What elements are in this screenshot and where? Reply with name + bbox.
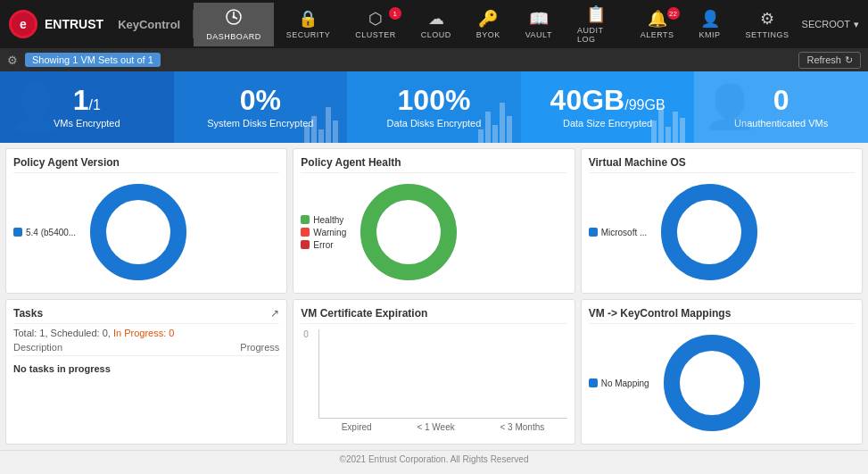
metric-vms-value: 1/1 <box>73 86 101 114</box>
vmos-legend-ms: Microsoft ... <box>589 228 648 237</box>
svg-point-9 <box>384 208 433 256</box>
metric-size-value: 40GB/99GB <box>550 86 665 114</box>
cert-xaxis: Expired < 1 Week < 3 Months <box>318 422 566 432</box>
metric-data-disks: 100% Data Disks Encrypted <box>347 71 521 143</box>
tasks-col-progress: Progress <box>240 342 279 353</box>
nav-item-settings[interactable]: ⚙ SETTINGS <box>733 4 802 45</box>
metric-system-label: System Disks Encrypted <box>207 118 313 129</box>
vmos-dot-ms <box>589 228 598 237</box>
metric-bg-unauth-icon: 👤 <box>703 82 756 132</box>
kmip-icon: 👤 <box>700 9 720 29</box>
metric-size-label: Data Size Encrypted <box>563 118 652 129</box>
pah-label-error: Error <box>313 240 333 250</box>
tasks-col-description: Description <box>13 342 62 353</box>
cert-expiration-panel: VM Certificate Expiration 0 Expired < 1 … <box>293 299 575 445</box>
svg-point-12 <box>685 208 733 256</box>
pah-label-warning: Warning <box>313 228 346 237</box>
nav-item-security[interactable]: 🔒 SECURITY <box>274 4 343 45</box>
vault-icon: 📖 <box>529 9 549 29</box>
cloud-icon: ☁ <box>428 9 444 29</box>
user-menu[interactable]: SECROOT ▾ <box>802 19 859 30</box>
metric-bg-bars2 <box>478 103 512 143</box>
tasks-divider <box>13 320 279 324</box>
pav-legend: 5.4 (b5400... <box>13 228 76 237</box>
tasks-column-header: Description Progress <box>13 342 279 356</box>
nav-item-alerts[interactable]: 🔔 22 ALERTS <box>628 4 687 45</box>
user-dropdown-icon: ▾ <box>854 19 859 30</box>
pav-donut-wrap: 5.4 (b5400... <box>13 179 279 286</box>
pav-title: Policy Agent Version <box>13 156 279 173</box>
nav-item-dashboard[interactable]: DASHBOARD <box>194 3 274 46</box>
pah-label-healthy: Healthy <box>313 215 343 225</box>
pah-legend-error: Error <box>301 240 346 250</box>
metric-vms-label: VMs Encrypted <box>54 118 120 129</box>
username: SECROOT <box>802 19 850 29</box>
pah-donut-wrap: Healthy Warning Error <box>301 179 566 286</box>
refresh-button[interactable]: Refresh ↻ <box>798 52 861 69</box>
cert-title: VM Certificate Expiration <box>301 307 566 324</box>
refresh-icon: ↻ <box>845 54 853 66</box>
mappings-label-none: No Mapping <box>601 378 649 388</box>
mappings-title: VM -> KeyControl Mappings <box>589 307 855 324</box>
vmos-donut <box>656 179 763 286</box>
nav-items: DASHBOARD 🔒 SECURITY ⬡ 1 CLUSTER ☁ CLOUD… <box>194 0 801 49</box>
metric-system-disks: 0% System Disks Encrypted <box>174 71 348 143</box>
policy-agent-version-panel: Policy Agent Version 5.4 (b5400... <box>5 148 287 294</box>
pah-donut <box>355 179 462 286</box>
nav-label-dashboard: DASHBOARD <box>206 32 261 41</box>
brand-logo: e <box>9 10 37 38</box>
mappings-legend: No Mapping <box>589 378 649 388</box>
nav-item-byok[interactable]: 🔑 BYOK <box>464 4 513 45</box>
metric-system-value: 0% <box>240 86 281 114</box>
subbar: ⚙ Showing 1 VM Sets out of 1 Refresh ↻ <box>0 48 868 71</box>
security-icon: 🔒 <box>298 9 318 29</box>
subbar-gear-icon[interactable]: ⚙ <box>7 54 18 67</box>
nav-label-security: SECURITY <box>286 30 331 39</box>
tasks-empty-message: No tasks in progress <box>13 363 279 374</box>
nav-label-settings: SETTINGS <box>746 30 789 39</box>
pah-legend: Healthy Warning Error <box>301 215 346 250</box>
alerts-badge: 22 <box>667 7 680 20</box>
cert-y-label: 0 <box>303 329 309 339</box>
alerts-icon: 🔔 <box>648 9 667 29</box>
pav-legend-label: 5.4 (b5400... <box>26 228 76 237</box>
pav-legend-item: 5.4 (b5400... <box>13 228 76 237</box>
nav-item-cloud[interactable]: ☁ CLOUD <box>409 4 464 45</box>
audit-icon: 📋 <box>586 4 606 24</box>
pah-dot-error <box>301 240 310 249</box>
nav-item-vault[interactable]: 📖 VAULT <box>513 4 565 45</box>
svg-point-3 <box>232 15 235 18</box>
metric-data-value: 100% <box>398 86 471 114</box>
nav-label-alerts: ALERTS <box>641 30 674 39</box>
brand: e ENTRUST KeyControl <box>9 10 194 38</box>
nav-item-kmip[interactable]: 👤 KMIP <box>687 4 733 45</box>
nav-item-audit-log[interactable]: 📋 AUDIT LOG <box>565 0 628 49</box>
byok-icon: 🔑 <box>478 9 498 29</box>
subbar-right: Refresh ↻ <box>798 52 861 69</box>
mappings-donut-wrap: No Mapping <box>589 329 855 437</box>
nav-label-audit: AUDIT LOG <box>577 26 616 44</box>
metric-data-label: Data Disks Encrypted <box>387 118 482 129</box>
pav-donut <box>85 179 192 286</box>
mappings-donut <box>658 329 765 437</box>
tasks-in-progress: In Progress: 0 <box>113 328 174 338</box>
navbar: e ENTRUST KeyControl DASHBOARD 🔒 SECURIT… <box>0 0 868 48</box>
metric-row: 👤 1/1 VMs Encrypted 0% System Disks Encr… <box>0 71 868 143</box>
tasks-external-link-icon[interactable]: ↗ <box>270 307 279 320</box>
brand-name: ENTRUST <box>45 17 103 31</box>
content-grid: Policy Agent Version 5.4 (b5400... Polic… <box>0 143 868 450</box>
metric-bg-vm-icon: 👤 <box>9 82 62 132</box>
nav-item-cluster[interactable]: ⬡ 1 CLUSTER <box>343 4 409 45</box>
cert-chart-area: 0 <box>318 329 566 419</box>
nav-label-cluster: CLUSTER <box>355 30 396 39</box>
cert-x-3months: < 3 Months <box>500 422 544 432</box>
cert-x-expired: Expired <box>342 422 372 432</box>
pah-dot-healthy <box>301 215 310 224</box>
svg-point-15 <box>688 359 736 407</box>
metric-data-size: 40GB/99GB Data Size Encrypted <box>521 71 695 143</box>
vmos-title: Virtual Machine OS <box>589 156 855 173</box>
vm-sets-info: Showing 1 VM Sets out of 1 <box>25 53 161 67</box>
metric-unauth-value: 0 <box>773 86 789 114</box>
svg-text:e: e <box>20 17 27 31</box>
mappings-dot-none <box>589 378 598 387</box>
